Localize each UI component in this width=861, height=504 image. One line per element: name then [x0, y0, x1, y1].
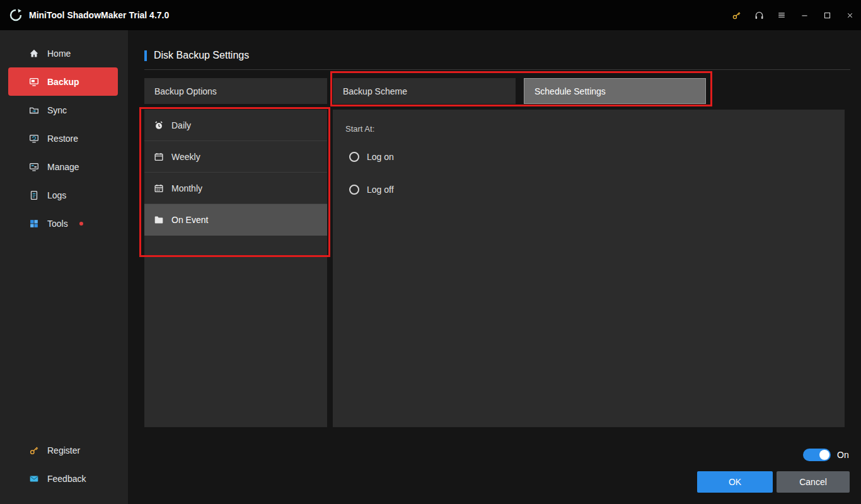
backup-icon — [28, 76, 40, 88]
maximize-icon[interactable] — [816, 0, 838, 30]
schedule-toggle[interactable] — [803, 449, 831, 461]
list-item-label: Monthly — [171, 183, 202, 193]
app-logo-icon — [9, 8, 23, 22]
toggle-state-label: On — [837, 450, 849, 460]
title-accent-bar — [144, 50, 147, 61]
radio-circle-icon[interactable] — [349, 152, 359, 162]
sidebar-nav: Home Backup Sync Restore — [0, 30, 128, 238]
sidebar-item-label: Logs — [47, 190, 66, 200]
sidebar-item-backup[interactable]: Backup — [8, 67, 118, 96]
list-item-monthly[interactable]: Monthly — [144, 173, 327, 204]
menu-icon[interactable] — [770, 0, 793, 30]
sidebar-item-tools[interactable]: Tools — [0, 209, 128, 238]
main-content: Disk Backup Settings Backup Options Back… — [128, 30, 861, 504]
app-title: MiniTool ShadowMaker Trial 4.7.0 — [29, 10, 169, 20]
radio-label: Log on — [367, 152, 394, 162]
sidebar-item-label: Backup — [47, 77, 79, 87]
sidebar-item-home[interactable]: Home — [0, 39, 128, 67]
sidebar-item-label: Manage — [47, 162, 79, 172]
radio-log-off[interactable]: Log off — [349, 185, 394, 195]
page-title: Disk Backup Settings — [154, 50, 249, 61]
license-key-icon[interactable] — [725, 0, 748, 30]
list-item-on-event[interactable]: On Event — [144, 204, 327, 236]
schedule-type-list: Daily Weekly Monthly On Event — [144, 110, 327, 427]
tab-schedule-settings[interactable]: Schedule Settings — [524, 78, 706, 104]
header-divider — [144, 69, 850, 70]
tools-icon — [28, 218, 40, 229]
sidebar-item-label: Home — [47, 49, 71, 59]
sidebar-item-restore[interactable]: Restore — [0, 124, 128, 152]
titlebar: MiniTool ShadowMaker Trial 4.7.0 — [0, 0, 861, 30]
radio-label: Log off — [367, 185, 394, 195]
start-at-label: Start At: — [345, 124, 374, 134]
sidebar-item-label: Restore — [47, 134, 78, 144]
home-icon — [28, 48, 40, 59]
folder-icon — [153, 214, 165, 226]
schedule-toggle-row: On — [803, 449, 849, 461]
list-item-weekly[interactable]: Weekly — [144, 141, 327, 173]
tab-backup-options[interactable]: Backup Options — [144, 78, 327, 104]
sidebar-item-register[interactable]: Register — [0, 436, 128, 464]
calendar-icon — [153, 151, 165, 163]
tab-label: Backup Scheme — [343, 86, 407, 96]
list-item-label: Daily — [171, 120, 191, 130]
sync-icon — [28, 105, 40, 116]
radio-log-on[interactable]: Log on — [349, 152, 394, 162]
minimize-icon[interactable] — [793, 0, 816, 30]
sidebar-item-label: Register — [47, 445, 80, 455]
key-icon — [28, 445, 40, 456]
tab-backup-scheme[interactable]: Backup Scheme — [333, 78, 516, 104]
schedule-settings-panel: Start At: Log on Log off — [333, 110, 845, 427]
page-header: Disk Backup Settings — [144, 50, 249, 61]
alarm-icon — [153, 120, 165, 131]
sidebar-item-sync[interactable]: Sync — [0, 96, 128, 124]
logs-icon — [28, 190, 40, 201]
sidebar: Home Backup Sync Restore — [0, 30, 128, 504]
radio-circle-icon[interactable] — [349, 185, 359, 195]
sidebar-bottom: Register Feedback — [0, 436, 128, 493]
list-item-label: On Event — [171, 215, 208, 225]
app-window: MiniTool ShadowMaker Trial 4.7.0 — [0, 0, 861, 504]
calendar-month-icon — [153, 183, 165, 194]
headset-icon[interactable] — [748, 0, 770, 30]
ok-button[interactable]: OK — [697, 471, 773, 493]
tab-label: Schedule Settings — [535, 86, 606, 96]
list-item-daily[interactable]: Daily — [144, 110, 327, 141]
cancel-button[interactable]: Cancel — [777, 471, 850, 493]
tools-notification-dot — [79, 222, 83, 226]
sidebar-item-feedback[interactable]: Feedback — [0, 464, 128, 493]
titlebar-actions — [725, 0, 861, 30]
list-item-label: Weekly — [171, 152, 200, 162]
sidebar-item-logs[interactable]: Logs — [0, 181, 128, 209]
manage-icon — [28, 161, 40, 173]
close-icon[interactable] — [838, 0, 861, 30]
restore-icon — [28, 133, 40, 144]
mail-icon — [28, 473, 40, 484]
sidebar-item-label: Tools — [47, 219, 68, 229]
sidebar-item-label: Sync — [47, 105, 67, 115]
sidebar-item-label: Feedback — [47, 474, 86, 484]
tab-label: Backup Options — [154, 86, 217, 96]
sidebar-item-manage[interactable]: Manage — [0, 152, 128, 181]
toggle-knob — [819, 450, 829, 460]
